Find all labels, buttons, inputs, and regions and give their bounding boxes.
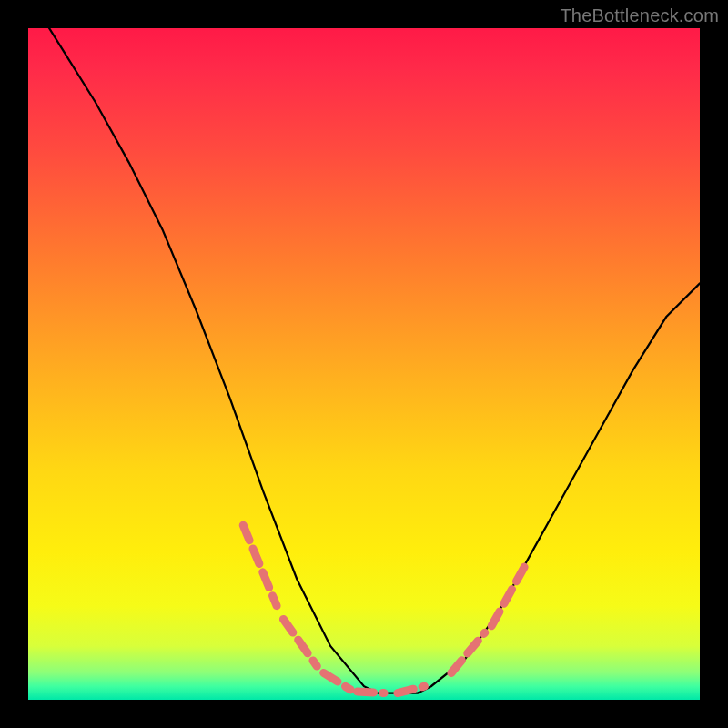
highlight-segment	[451, 632, 485, 672]
highlight-segment	[491, 565, 525, 625]
highlight-segment	[324, 673, 351, 690]
highlight-segment	[283, 619, 317, 666]
attribution-label: TheBottleneck.com	[560, 5, 719, 26]
highlight-segment	[243, 525, 277, 606]
plot-area	[28, 28, 700, 700]
chart-frame: TheBottleneck.com	[0, 0, 728, 728]
highlight-segment	[358, 692, 385, 693]
bottleneck-curve-svg	[28, 28, 700, 700]
bottleneck-curve	[28, 28, 700, 693]
